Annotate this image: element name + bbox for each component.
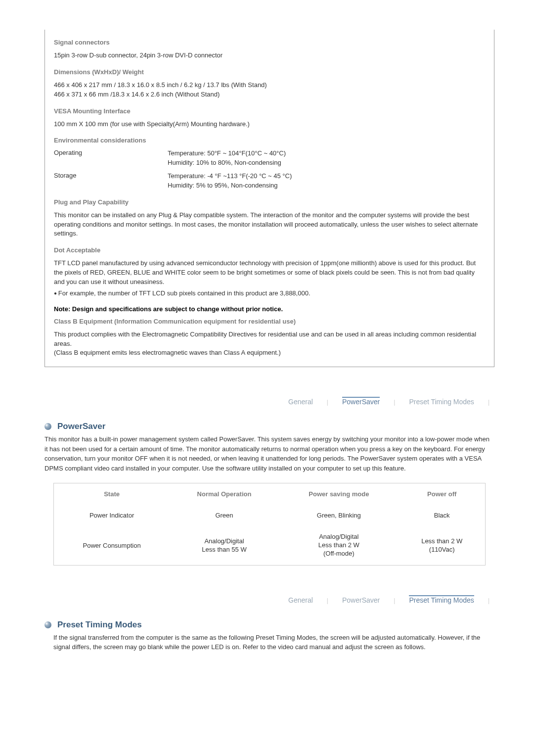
th-power-saving-mode: Power saving mode [279,483,399,505]
tab-powersaver[interactable]: PowerSaver [342,397,380,407]
section-title-powersaver: PowerSaver [57,422,105,431]
section-body-preset: If the signal transferred from the compu… [44,633,494,652]
heading-vesa: VESA Mounting Interface [54,107,485,115]
td-line: (Off-mode) [283,550,395,558]
text-plug-play: This monitor can be installed on any Plu… [54,211,485,239]
td-line: Less than 55 W [174,546,275,554]
heading-dimensions: Dimensions (WxHxD)/ Weight [54,68,485,76]
tab-preset-timing[interactable]: Preset Timing Modes [409,398,474,407]
td-power-indicator-label: Power Indicator [54,505,170,526]
tab-separator: | [327,597,328,605]
td-line: Analog/Digital [174,537,275,546]
td-line: Less than 2 W [403,537,481,546]
td-power-consumption-label: Power Consumption [54,526,170,565]
text-dot-acceptable: TFT LCD panel manufactured by using adva… [54,259,485,287]
text-class-b-1: This product complies with the Electroma… [54,330,485,349]
text-operating-humidity: Humidity: 10% to 80%, Non-condensing [168,158,485,168]
td-power-indicator-off: Black [399,505,485,526]
th-power-off: Power off [399,483,485,505]
note-design-change: Note: Design and specifications are subj… [54,305,485,313]
td-power-consumption-off: Less than 2 W (110Vac) [399,526,485,565]
td-line: (110Vac) [403,546,481,554]
text-dimensions-line1: 466 x 406 x 217 mm / 18.3 x 16.0 x 8.5 i… [54,81,485,90]
label-operating: Operating [54,149,168,168]
text-operating-temp: Temperature: 50°F ~ 104°F(10°C ~ 40°C) [168,149,485,158]
text-dot-bullet: For example, the number of TFT LCD sub p… [54,289,485,298]
td-line: Less than 2 W [283,541,395,550]
row-storage: Storage Temperature: -4 °F ~113 °F(-20 °… [54,172,485,190]
text-storage-humidity: Humidity: 5% to 95%, Non-condensing [168,181,485,190]
tab-nav-preset: General | PowerSaver | Preset Timing Mod… [44,595,494,605]
tab-separator: | [488,597,490,605]
text-class-b-2: (Class B equipment emits less electromag… [54,348,485,358]
tab-general[interactable]: General [288,398,313,407]
td-power-consumption-saving: Analog/Digital Less than 2 W (Off-mode) [279,526,399,565]
text-signal-connectors: 15pin 3-row D-sub connector, 24pin 3-row… [54,51,485,60]
th-normal-operation: Normal Operation [170,483,279,505]
heading-environmental: Environmental considerations [54,137,485,144]
tab-preset-timing[interactable]: Preset Timing Modes [409,595,474,605]
tab-general[interactable]: General [288,596,313,605]
td-power-consumption-normal: Analog/Digital Less than 55 W [170,526,279,565]
tab-nav-powersaver: General | PowerSaver | Preset Timing Mod… [44,397,494,407]
heading-signal-connectors: Signal connectors [54,39,485,46]
heading-plug-play: Plug and Play Capability [54,198,485,206]
powersaver-table: State Normal Operation Power saving mode… [53,483,486,566]
td-power-indicator-normal: Green [170,505,279,526]
td-power-indicator-saving: Green, Blinking [279,505,399,526]
label-storage: Storage [54,172,168,190]
tab-separator: | [394,399,395,407]
tab-separator: | [327,399,328,407]
section-header-preset: Preset Timing Modes [44,620,494,630]
th-state: State [54,483,170,505]
text-vesa: 100 mm X 100 mm (for use with Specialty(… [54,120,485,129]
text-dimensions-line2: 466 x 371 x 66 mm /18.3 x 14.6 x 2.6 inc… [54,90,485,99]
text-storage-temp: Temperature: -4 °F ~113 °F(-20 °C ~ 45 °… [168,172,485,181]
bullet-icon [44,423,51,430]
section-header-powersaver: PowerSaver [44,422,494,431]
specifications-box: Signal connectors 15pin 3-row D-sub conn… [44,30,494,367]
section-body-powersaver: This monitor has a built-in power manage… [44,434,494,473]
bullet-icon [44,621,51,628]
tab-separator: | [488,399,490,407]
heading-dot-acceptable: Dot Acceptable [54,246,485,254]
tab-separator: | [394,597,395,605]
td-line: Analog/Digital [283,533,395,541]
tab-powersaver[interactable]: PowerSaver [342,596,380,605]
row-operating: Operating Temperature: 50°F ~ 104°F(10°C… [54,149,485,168]
heading-class-b: Class B Equipment (Information Communica… [54,318,485,325]
section-title-preset: Preset Timing Modes [57,620,142,630]
